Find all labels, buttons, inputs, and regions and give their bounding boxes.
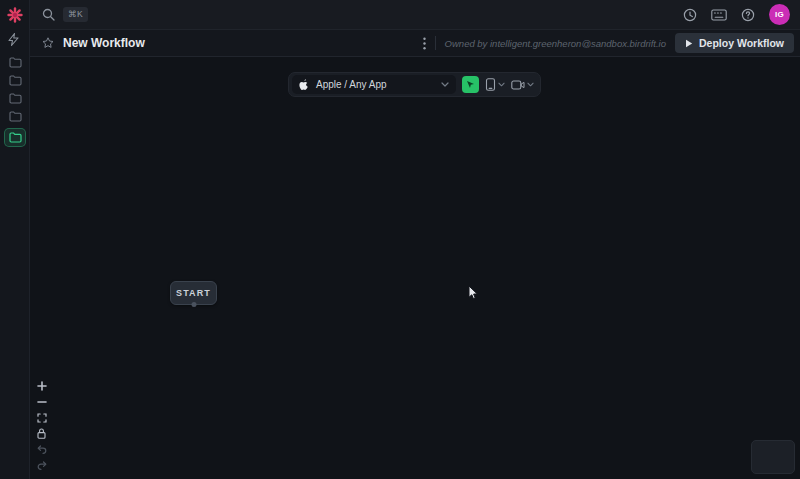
avatar-initials: IG xyxy=(775,10,784,19)
sidebar-item-folder-1[interactable] xyxy=(0,54,30,71)
topbar: ⌘K xyxy=(30,0,800,30)
redo-button[interactable] xyxy=(34,459,49,472)
mouse-cursor xyxy=(468,285,479,301)
folder-icon xyxy=(9,57,22,68)
workflow-menu-button[interactable] xyxy=(423,37,426,50)
owner-text: Owned by intelligent.greenheron@sandbox.… xyxy=(445,38,666,49)
workflow-header-actions: Owned by intelligent.greenheron@sandbox.… xyxy=(423,33,800,53)
chevron-down-icon xyxy=(527,82,534,87)
fit-view-button[interactable] xyxy=(34,411,49,424)
folder-icon-active xyxy=(9,132,22,143)
lock-icon xyxy=(37,428,46,439)
start-node[interactable]: START xyxy=(170,281,217,305)
keyboard-shortcuts-button[interactable] xyxy=(711,9,727,21)
canvas-toolbar: Apple / Any App xyxy=(288,72,541,97)
chevron-down-icon xyxy=(498,82,505,87)
sidebar-item-workflows[interactable] xyxy=(0,31,26,47)
asterisk-logo-icon xyxy=(7,7,23,23)
star-icon xyxy=(42,37,54,49)
sidebar-item-folder-active[interactable] xyxy=(4,128,26,147)
workflow-title: New Workflow xyxy=(63,36,145,50)
node-connection-handle[interactable] xyxy=(191,302,196,307)
interact-mode-button[interactable] xyxy=(462,76,479,93)
divider xyxy=(435,36,436,50)
deploy-button-label: Deploy Workflow xyxy=(699,37,784,49)
folder-icon xyxy=(9,93,22,104)
minus-icon xyxy=(37,397,47,407)
lock-button[interactable] xyxy=(34,427,49,440)
sidebar-folder-list xyxy=(0,54,30,147)
sidebar-item-folder-4[interactable] xyxy=(0,108,30,125)
plus-icon xyxy=(37,381,47,391)
apple-icon xyxy=(299,79,309,91)
chevron-down-icon xyxy=(441,82,449,87)
zoom-in-button[interactable] xyxy=(34,379,49,392)
help-icon xyxy=(741,8,755,22)
bolt-icon xyxy=(8,33,19,46)
device-icon xyxy=(485,78,496,91)
fit-view-icon xyxy=(37,413,47,423)
device-dropdown[interactable] xyxy=(485,78,505,91)
zoom-out-button[interactable] xyxy=(34,395,49,408)
search-input[interactable]: ⌘K xyxy=(30,7,683,22)
interact-icon xyxy=(466,80,475,89)
cursor-arrow-icon xyxy=(468,285,479,301)
sidebar xyxy=(0,0,30,479)
camera-dropdown[interactable] xyxy=(511,80,534,90)
deploy-workflow-button[interactable]: Deploy Workflow xyxy=(675,33,794,53)
app-window: ⌘K xyxy=(0,0,800,479)
sidebar-item-folder-2[interactable] xyxy=(0,72,30,89)
search-icon xyxy=(42,8,55,21)
kebab-menu-icon xyxy=(423,37,426,50)
topbar-actions: IG xyxy=(683,4,800,25)
play-icon xyxy=(685,39,693,48)
user-avatar[interactable]: IG xyxy=(769,4,790,25)
undo-icon xyxy=(37,445,47,454)
camera-icon xyxy=(511,80,525,90)
app-selector-label: Apple / Any App xyxy=(316,79,434,90)
canvas-controls xyxy=(34,379,49,472)
history-button[interactable] xyxy=(683,8,697,22)
search-shortcut-badge: ⌘K xyxy=(63,7,88,22)
folder-icon xyxy=(9,75,22,86)
app-logo[interactable] xyxy=(0,0,30,30)
sidebar-item-folder-3[interactable] xyxy=(0,90,30,107)
minimap[interactable] xyxy=(751,440,795,474)
folder-icon xyxy=(9,111,22,122)
history-icon xyxy=(683,8,697,22)
start-node-label: START xyxy=(176,288,211,298)
workflow-canvas[interactable]: Apple / Any App xyxy=(30,57,800,479)
undo-button[interactable] xyxy=(34,443,49,456)
favorite-button[interactable] xyxy=(42,37,54,49)
workflow-header: New Workflow Owned by intelligent.greenh… xyxy=(30,30,800,57)
help-button[interactable] xyxy=(741,8,755,22)
redo-icon xyxy=(37,461,47,470)
app-selector-dropdown[interactable]: Apple / Any App xyxy=(292,75,456,94)
keyboard-icon xyxy=(711,9,727,21)
